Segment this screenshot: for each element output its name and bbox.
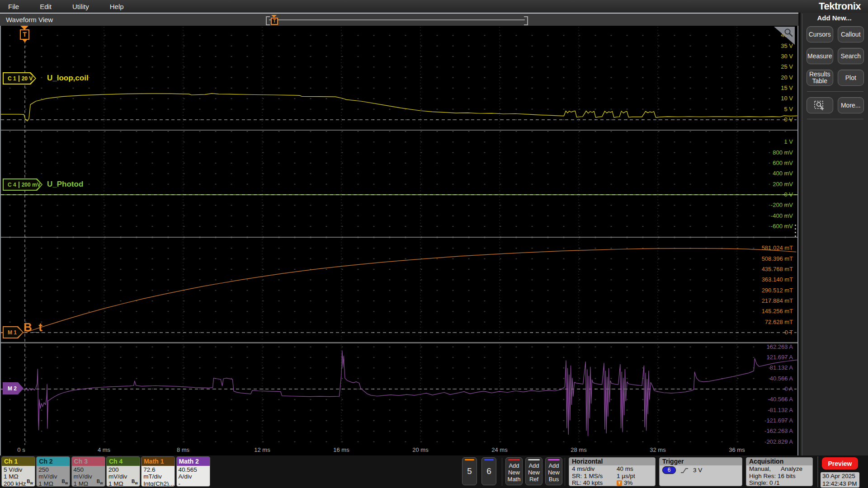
add-button-stripe: [548, 459, 560, 460]
scale-label-math2: 162.263 A: [766, 343, 793, 350]
horizontal-panel-value: 4 ms/div: [572, 465, 594, 472]
add-new-bus-button[interactable]: AddNewBus: [545, 457, 562, 485]
waveform-view-titlebar: Waveform View T: [0, 13, 798, 26]
channel-settings-ch2[interactable]: Ch 2250 mV/div1 MΩ200 kHzBW: [36, 456, 70, 487]
add-new-math-button[interactable]: AddNewMath: [505, 457, 523, 485]
waveform-plot-area[interactable]: T 40 V35 V30 V25 V20 V15 V10 V5 V0 V1 V8…: [0, 26, 798, 455]
scale-label-ch4: 0 V: [784, 191, 793, 198]
channel-settings-math1[interactable]: Math 172.6 mT/divIntg(Ch2)...: [141, 456, 175, 487]
magnifier-icon: [783, 28, 793, 38]
trigger-panel-row: 63 V: [660, 465, 742, 474]
acquisition-panel-value: Manual,: [749, 465, 771, 472]
time-tick-label: 4 ms: [95, 446, 113, 453]
sidebar-button-plot[interactable]: Plot: [838, 70, 864, 86]
add-button-label: AddNewBus: [548, 462, 560, 483]
menu-item-edit[interactable]: Edit: [40, 3, 52, 10]
channel-color-stripe: [465, 459, 474, 460]
more-button[interactable]: More...: [838, 97, 864, 113]
scale-label-ch1: 35 V: [781, 42, 793, 49]
trigger-t-icon: T: [271, 18, 278, 25]
sidebar-button-callout[interactable]: Callout: [838, 26, 864, 42]
scale-label-ch1: 25 V: [781, 63, 793, 70]
scale-label-ch1: 10 V: [781, 95, 793, 102]
add-new-button-grid: CursorsCalloutMeasureSearchResults Table…: [801, 22, 868, 86]
channel-button-6[interactable]: 6: [481, 457, 496, 485]
menu-item-help[interactable]: Help: [110, 3, 124, 10]
horizontal-panel-title: Horizontal: [569, 458, 655, 465]
add-new-ref-button[interactable]: AddNewRef: [525, 457, 542, 485]
sidebar-divider-line: [802, 14, 802, 455]
channel-settings-header: Ch 4: [107, 457, 140, 466]
scale-label-math2: 0 A: [784, 385, 793, 392]
view-title: Waveform View: [6, 16, 53, 23]
scale-label-math2: -162.263 A: [764, 427, 793, 434]
channel-button-5[interactable]: 5: [462, 457, 477, 485]
badge-cells: M 2: [3, 382, 24, 394]
channel-badge-ch1[interactable]: C 120 V: [3, 72, 36, 84]
channel-settings-math2[interactable]: Math 240.565 A/div-Intg(Ch3...: [176, 456, 210, 487]
scale-label-ch4: -200 mV: [771, 202, 793, 208]
scale-label-math2: 81.132 A: [770, 364, 793, 371]
menu-item-file[interactable]: File: [8, 3, 19, 10]
acquisition-panel-row: High Res: 16 bits: [746, 473, 812, 480]
scale-label-ch4: -600 mV: [771, 223, 793, 230]
scale-label-math2: -40.566 A: [768, 396, 793, 403]
scale-label-math2: -81.132 A: [768, 407, 793, 413]
trigger-position-handle[interactable]: T: [270, 15, 278, 25]
zoom-select-button[interactable]: [807, 97, 833, 113]
channel-badge-math2[interactable]: M 2: [3, 382, 24, 394]
sidebar-button-search[interactable]: Search: [838, 48, 864, 64]
sidebar-button-cursors[interactable]: Cursors: [807, 26, 833, 42]
time-tick-label: 28 ms: [570, 446, 588, 453]
channel-settings-ch3[interactable]: Ch 3450 mV/div1 MΩ200 kHzBW: [71, 456, 105, 487]
horizontal-panel-value: RL: 40 kpts: [572, 479, 603, 486]
time-tick-label: 36 ms: [728, 446, 746, 453]
channel-setting-line: -Intg(Ch3...: [179, 480, 208, 487]
sidebar-separator-2: [807, 119, 863, 119]
horizontal-panel-row: SR: 1 MS/s1 µs/pt: [569, 473, 655, 480]
time-tick-label: 0 s: [12, 446, 30, 453]
badge-cell: M 1: [5, 329, 19, 336]
channel-settings-ch1[interactable]: Ch 15 V/div1 MΩ200 kHzBW: [1, 456, 35, 487]
scale-label-math1: 581.024 mT: [762, 244, 793, 251]
slider-left-cap: [266, 16, 270, 25]
channel-settings-body: 5 V/div1 MΩ200 kHzBW: [2, 466, 35, 487]
channel-badge-math1[interactable]: M 1: [3, 326, 24, 338]
scale-label-math1: 363.140 mT: [762, 276, 793, 283]
plot-left-border: [0, 26, 1, 455]
scale-label-ch4: 400 mV: [773, 170, 793, 177]
acquisition-panel[interactable]: AcquisitionManual,AnalyzeHigh Res: 16 bi…: [746, 457, 813, 486]
channel-settings-header: Ch 3: [72, 457, 105, 466]
add-button-label: AddNewMath: [508, 462, 521, 483]
scale-label-math2: 40.566 A: [770, 375, 793, 382]
scale-label-math1: 217.884 mT: [762, 297, 793, 304]
sidebar-button-results-table[interactable]: Results Table: [807, 70, 833, 86]
time-tick-label: 12 ms: [253, 446, 271, 453]
scale-label-math1: 145.256 mT: [762, 308, 793, 314]
trigger-panel[interactable]: Trigger63 V: [659, 457, 742, 486]
scale-label-ch1: 20 V: [781, 74, 793, 81]
scale-label-ch1: 0 V: [784, 116, 793, 123]
scale-label-ch4: 600 mV: [773, 160, 793, 166]
preview-button[interactable]: Preview: [822, 457, 858, 469]
badge-cells: M 1: [3, 326, 24, 338]
channel-settings-ch4[interactable]: Ch 4200 mV/div1 MΩ200 kHzBW: [106, 456, 140, 487]
right-sidebar: Add New... CursorsCalloutMeasureSearchRe…: [800, 13, 868, 455]
horizontal-position-slider[interactable]: T: [266, 16, 528, 23]
acquisition-panel-value: Single: 0 /1: [749, 479, 780, 486]
badge-cells: C 4200 mV: [3, 178, 42, 191]
bandwidth-icon: BW: [132, 478, 138, 487]
horizontal-panel-value: T3%: [617, 479, 633, 486]
channel-badge-ch4[interactable]: C 4200 mV: [3, 178, 42, 191]
horizontal-panel-row: 4 ms/div40 ms: [569, 465, 655, 473]
trace-label-math1: B_t: [24, 320, 42, 334]
badge-cells: C 120 V: [3, 72, 36, 84]
channel-settings-header: Math 1: [142, 457, 175, 466]
panel-resize-grip[interactable]: [795, 225, 796, 237]
horizontal-panel[interactable]: Horizontal4 ms/div40 msSR: 1 MS/s1 µs/pt…: [569, 457, 656, 486]
sidebar-button-measure[interactable]: Measure: [807, 48, 833, 64]
menu-item-utility[interactable]: Utility: [72, 3, 89, 10]
trace-c1: [0, 94, 797, 121]
channel-settings-header: Ch 2: [37, 457, 70, 466]
slider-right-cap: [524, 16, 528, 25]
